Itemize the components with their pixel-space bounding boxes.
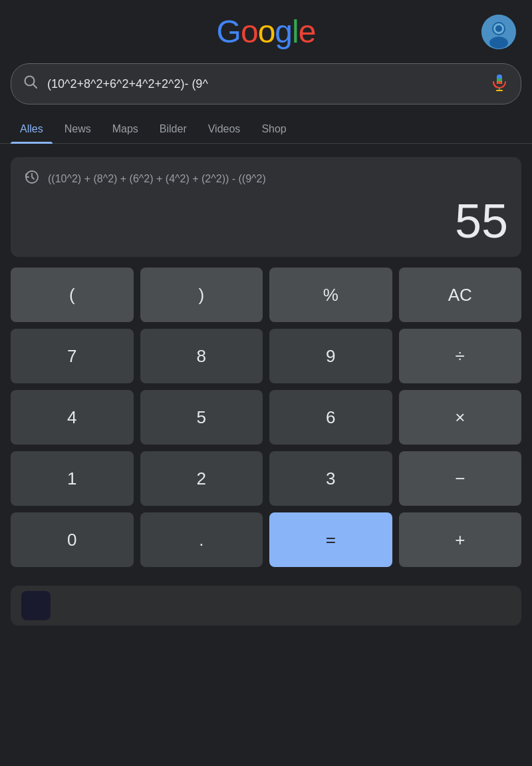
btn-add[interactable]: +	[399, 512, 522, 567]
mic-icon[interactable]	[490, 73, 509, 95]
btn-decimal[interactable]: .	[140, 512, 263, 567]
calculator: ((10^2) + (8^2) + (6^2) + (4^2) + (2^2))…	[0, 144, 532, 580]
btn-5[interactable]: 5	[140, 390, 263, 445]
bottom-icon	[21, 591, 51, 620]
btn-7[interactable]: 7	[11, 329, 134, 383]
history-icon	[24, 169, 40, 189]
svg-point-4	[489, 37, 508, 49]
search-icon	[23, 75, 38, 93]
google-logo: Google	[51, 13, 481, 50]
tab-maps[interactable]: Maps	[103, 115, 148, 143]
btn-8[interactable]: 8	[140, 329, 263, 383]
calc-display: ((10^2) + (8^2) + (6^2) + (4^2) + (2^2))…	[11, 157, 521, 257]
btn-4[interactable]: 4	[11, 390, 134, 445]
calc-expression: ((10^2) + (8^2) + (6^2) + (4^2) + (2^2))…	[24, 169, 508, 189]
svg-rect-12	[497, 81, 502, 84]
tab-bilder[interactable]: Bilder	[150, 115, 196, 143]
btn-divide[interactable]: ÷	[399, 329, 522, 383]
tab-videos[interactable]: Videos	[199, 115, 250, 143]
header: Google	[0, 0, 532, 58]
btn-2[interactable]: 2	[140, 451, 263, 506]
btn-3[interactable]: 3	[269, 451, 392, 506]
btn-9[interactable]: 9	[269, 329, 392, 383]
bottom-bar	[11, 586, 521, 626]
svg-line-6	[33, 85, 37, 88]
btn-ac[interactable]: AC	[399, 268, 522, 322]
btn-multiply[interactable]: ×	[399, 390, 522, 445]
avatar[interactable]	[481, 15, 516, 49]
nav-tabs: Alles News Maps Bilder Videos Shop	[0, 115, 532, 144]
tab-shop[interactable]: Shop	[252, 115, 295, 143]
search-bar-container: (10^2+8^2+6^2+4^2+2^2)- (9^	[0, 58, 532, 115]
search-bar[interactable]: (10^2+8^2+6^2+4^2+2^2)- (9^	[11, 63, 521, 104]
search-query: (10^2+8^2+6^2+4^2+2^2)- (9^	[47, 77, 481, 91]
calc-buttons: ( ) % AC 7 8 9 ÷ 4 5 6 × 1 2 3 − 0 . = +	[11, 268, 521, 567]
svg-point-3	[495, 25, 502, 32]
btn-open-paren[interactable]: (	[11, 268, 134, 322]
expression-text: ((10^2) + (8^2) + (6^2) + (4^2) + (2^2))…	[48, 172, 266, 186]
btn-subtract[interactable]: −	[399, 451, 522, 506]
btn-1[interactable]: 1	[11, 451, 134, 506]
btn-close-paren[interactable]: )	[140, 268, 263, 322]
btn-6[interactable]: 6	[269, 390, 392, 445]
btn-equals[interactable]: =	[269, 512, 392, 567]
calc-result: 55	[24, 197, 508, 245]
btn-percent[interactable]: %	[269, 268, 392, 322]
tab-news[interactable]: News	[55, 115, 100, 143]
tab-alles[interactable]: Alles	[11, 115, 53, 143]
btn-0[interactable]: 0	[11, 512, 134, 567]
